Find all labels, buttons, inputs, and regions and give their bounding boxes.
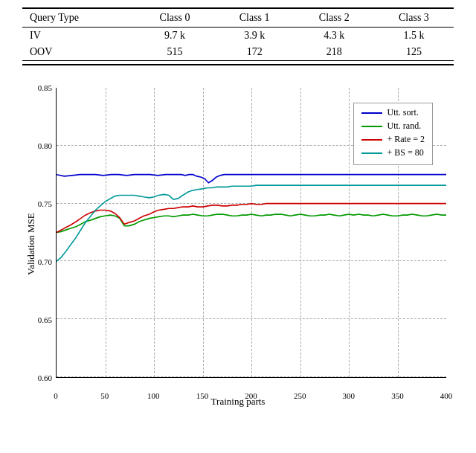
- col-header-class1: Class 1: [215, 8, 295, 28]
- legend-label-rate2: + Rate = 2: [387, 134, 425, 145]
- chart-wrapper: Validation MSE Training parts 0.85 0.80 …: [22, 80, 454, 408]
- x-tick-300: 300: [343, 391, 356, 400]
- chart-legend: Utt. sort. Utt. rand. + Rate = 2 + BS = …: [353, 103, 433, 165]
- page-container: Query Type Class 0 Class 1 Class 2 Class…: [0, 0, 476, 415]
- x-tick-50: 50: [100, 391, 109, 400]
- data-table-section: Query Type Class 0 Class 1 Class 2 Class…: [22, 7, 454, 67]
- chart-plot-area: Utt. sort. Utt. rand. + Rate = 2 + BS = …: [56, 88, 446, 378]
- y-tick-0.65: 0.65: [22, 315, 52, 324]
- legend-item-utt-rand: Utt. rand.: [361, 121, 425, 132]
- col-header-query-type: Query Type: [22, 8, 135, 28]
- col-header-class3: Class 3: [374, 8, 454, 28]
- x-tick-250: 250: [294, 391, 306, 400]
- x-tick-100: 100: [147, 391, 160, 400]
- legend-label-utt-sort: Utt. sort.: [387, 107, 418, 118]
- x-tick-400: 400: [440, 391, 453, 400]
- legend-line-bs80: [361, 152, 382, 154]
- row-iv-class0: 9.7 k: [135, 28, 214, 45]
- x-tick-200: 200: [245, 391, 257, 400]
- legend-line-utt-sort: [361, 112, 382, 114]
- line-bs80: [57, 185, 446, 261]
- y-tick-0.60: 0.60: [22, 373, 52, 382]
- y-tick-0.70: 0.70: [22, 257, 52, 266]
- line-utt-sort: [57, 175, 446, 183]
- line-rate2: [57, 204, 446, 233]
- legend-item-utt-sort: Utt. sort.: [361, 107, 425, 118]
- col-header-class0: Class 0: [135, 8, 214, 28]
- row-iv-class3: 1.5 k: [374, 28, 454, 45]
- y-tick-0.80: 0.80: [22, 141, 52, 150]
- validation-mse-chart: Validation MSE Training parts 0.85 0.80 …: [22, 80, 454, 408]
- row-oov-class0: 515: [135, 44, 214, 61]
- x-tick-350: 350: [391, 391, 404, 400]
- legend-line-utt-rand: [361, 126, 382, 127]
- query-type-table: Query Type Class 0 Class 1 Class 2 Class…: [22, 7, 454, 67]
- y-tick-0.85: 0.85: [22, 83, 52, 92]
- legend-label-bs80: + BS = 80: [387, 147, 423, 158]
- y-tick-0.75: 0.75: [22, 199, 52, 208]
- table-row: IV 9.7 k 3.9 k 4.3 k 1.5 k: [22, 28, 454, 45]
- row-iv-type: IV: [22, 28, 135, 45]
- row-oov-class2: 218: [295, 44, 374, 61]
- row-oov-class1: 172: [215, 44, 295, 61]
- row-oov-type: OOV: [22, 44, 135, 61]
- x-tick-0: 0: [54, 391, 58, 400]
- legend-label-utt-rand: Utt. rand.: [387, 121, 421, 132]
- row-iv-class2: 4.3 k: [295, 28, 374, 45]
- legend-item-rate2: + Rate = 2: [361, 134, 425, 145]
- row-iv-class1: 3.9 k: [215, 28, 295, 45]
- table-row: OOV 515 172 218 125: [22, 44, 454, 61]
- legend-line-rate2: [361, 139, 382, 141]
- row-oov-class3: 125: [374, 44, 454, 61]
- line-utt-rand: [57, 214, 446, 232]
- legend-item-bs80: + BS = 80: [361, 147, 425, 158]
- col-header-class2: Class 2: [295, 8, 374, 28]
- x-tick-150: 150: [196, 391, 209, 400]
